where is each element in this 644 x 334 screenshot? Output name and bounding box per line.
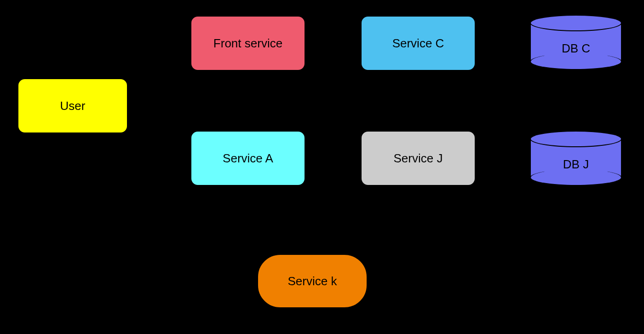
node-service-a: Service A: [190, 131, 305, 186]
node-db-j: DB J: [530, 131, 622, 186]
node-service-c-label: Service C: [392, 36, 444, 51]
node-db-c-label: DB C: [530, 41, 622, 56]
node-db-c: DB C: [530, 15, 622, 70]
node-front-service-label: Front service: [213, 36, 282, 51]
node-service-k: Service k: [257, 254, 368, 308]
node-service-a-label: Service A: [223, 151, 273, 166]
node-service-j-label: Service J: [394, 151, 443, 166]
node-user-label: User: [60, 99, 86, 113]
node-user: User: [17, 78, 128, 133]
node-service-j: Service J: [361, 131, 476, 186]
node-db-j-label: DB J: [530, 157, 622, 172]
node-service-c: Service C: [361, 16, 476, 71]
node-front-service: Front service: [190, 16, 305, 71]
node-service-k-label: Service k: [288, 274, 337, 288]
